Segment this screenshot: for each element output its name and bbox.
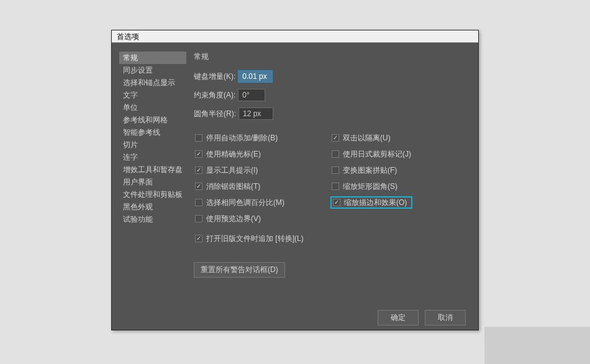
sidebar-item-8[interactable]: 连字	[119, 151, 186, 163]
checkbox-label: 使用日式裁剪标记(J)	[343, 149, 411, 160]
checkbox-icon	[195, 134, 202, 142]
checkbox-label: 停用自动添加/删除(B)	[206, 133, 278, 143]
main-panel: 常规 键盘增量(K): 约束角度(A): 圆角半径(R): 停用自动添加/删除(…	[186, 52, 471, 305]
dialog-body: 常规同步设置选择和锚点显示文字单位参考线和网格智能参考线切片连字增效工具和暂存盘…	[112, 43, 478, 305]
constrain-angle-row: 约束角度(A):	[194, 88, 471, 102]
checkbox-label: 变换图案拼贴(F)	[343, 165, 397, 176]
checkbox-icon	[195, 215, 202, 222]
cb-right-1[interactable]: 使用日式裁剪标记(J)	[330, 148, 412, 160]
checkbox-label: 双击以隔离(U)	[343, 133, 391, 143]
corner-radius-label: 圆角半径(R):	[194, 109, 236, 119]
cb-right-4[interactable]: 缩放描边和效果(O)	[330, 196, 412, 209]
cb-right-3[interactable]: 缩放矩形圆角(S)	[330, 180, 412, 193]
checkbox-label: 使用精确光标(E)	[206, 149, 261, 160]
sidebar-item-0[interactable]: 常规	[119, 52, 186, 64]
cb-left-5[interactable]: 使用预览边界(V)	[194, 212, 330, 225]
sidebar-item-11[interactable]: 文件处理和剪贴板	[119, 188, 186, 201]
sidebar-item-12[interactable]: 黑色外观	[119, 201, 186, 213]
checkbox-label: 使用预览边界(V)	[206, 214, 261, 224]
cb-right-2[interactable]: 变换图案拼贴(F)	[330, 164, 412, 176]
checkbox-icon	[195, 166, 202, 174]
panel-title: 常规	[194, 52, 471, 62]
checkbox-icon	[332, 183, 339, 190]
cb-left-4[interactable]: 选择相同色调百分比(M)	[194, 196, 330, 209]
checkbox-icon	[195, 183, 202, 190]
corner-radius-input[interactable]	[238, 107, 273, 120]
dialog-title: 首选项	[112, 30, 478, 43]
sidebar: 常规同步设置选择和锚点显示文字单位参考线和网格智能参考线切片连字增效工具和暂存盘…	[119, 52, 186, 305]
sidebar-item-9[interactable]: 增效工具和暂存盘	[119, 163, 186, 176]
checkbox-icon	[332, 150, 339, 158]
sidebar-item-5[interactable]: 参考线和网格	[119, 114, 186, 126]
preferences-dialog: 首选项 常规同步设置选择和锚点显示文字单位参考线和网格智能参考线切片连字增效工具…	[111, 30, 479, 330]
checkbox-label: 选择相同色调百分比(M)	[206, 198, 284, 208]
keyboard-increment-row: 键盘增量(K):	[194, 70, 471, 83]
cb-left-3[interactable]: 消除锯齿图稿(T)	[194, 180, 330, 193]
ok-button[interactable]: 确定	[378, 310, 419, 325]
checkbox-icon	[195, 235, 202, 242]
keyboard-increment-input[interactable]	[238, 70, 273, 83]
checkbox-icon	[333, 199, 340, 206]
checkbox-label: 缩放描边和效果(O)	[344, 198, 407, 208]
checkbox-label: 显示工具提示(I)	[206, 165, 258, 176]
checkbox-label: 消除锯齿图稿(T)	[206, 181, 260, 192]
constrain-angle-label: 约束角度(A):	[194, 90, 235, 101]
checkbox-area: 停用自动添加/删除(B)使用精确光标(E)显示工具提示(I)消除锯齿图稿(T)选…	[194, 132, 471, 225]
cb-right-0[interactable]: 双击以隔离(U)	[330, 132, 412, 144]
checkbox-col-left: 停用自动添加/删除(B)使用精确光标(E)显示工具提示(I)消除锯齿图稿(T)选…	[194, 132, 330, 225]
sidebar-item-10[interactable]: 用户界面	[119, 176, 186, 188]
decorative-shadow	[484, 327, 590, 364]
checkbox-label: 打开旧版文件时追加 [转换](L)	[206, 234, 304, 244]
checkbox-label: 缩放矩形圆角(S)	[343, 181, 397, 192]
sidebar-item-3[interactable]: 文字	[119, 89, 186, 101]
checkbox-icon	[195, 199, 202, 206]
cb-left-0[interactable]: 停用自动添加/删除(B)	[194, 132, 330, 144]
sidebar-item-13[interactable]: 试验功能	[119, 213, 186, 225]
reset-warnings-button[interactable]: 重置所有警告对话框(D)	[194, 262, 285, 278]
sidebar-item-7[interactable]: 切片	[119, 139, 186, 151]
corner-radius-row: 圆角半径(R):	[194, 107, 471, 121]
checkbox-col-right: 双击以隔离(U)使用日式裁剪标记(J)变换图案拼贴(F)缩放矩形圆角(S)缩放描…	[330, 132, 412, 225]
checkbox-icon	[332, 134, 339, 142]
checkbox-icon	[332, 166, 339, 174]
cb-left-2[interactable]: 显示工具提示(I)	[194, 164, 330, 176]
sidebar-item-1[interactable]: 同步设置	[119, 64, 186, 76]
keyboard-increment-label: 键盘增量(K):	[194, 71, 235, 82]
sidebar-item-6[interactable]: 智能参考线	[119, 126, 186, 139]
checkbox-icon	[195, 150, 202, 158]
cancel-button[interactable]: 取消	[425, 310, 466, 325]
constrain-angle-input[interactable]	[238, 89, 265, 101]
dialog-footer: 确定 取消	[112, 305, 478, 330]
append-convert-checkbox[interactable]: 打开旧版文件时追加 [转换](L)	[194, 232, 471, 245]
sidebar-item-4[interactable]: 单位	[119, 101, 186, 114]
sidebar-item-2[interactable]: 选择和锚点显示	[119, 76, 186, 89]
cb-left-1[interactable]: 使用精确光标(E)	[194, 148, 330, 160]
